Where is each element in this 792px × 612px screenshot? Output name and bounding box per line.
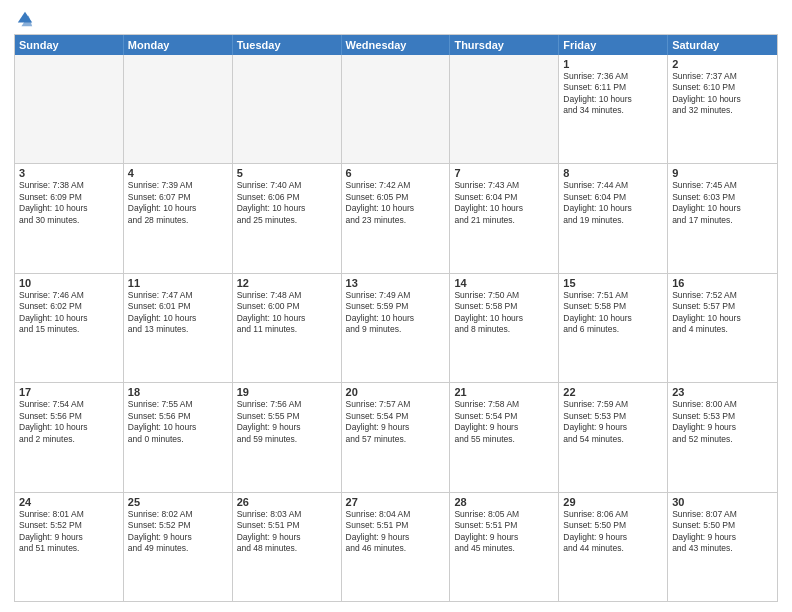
day-number: 4: [128, 167, 228, 179]
day-number: 27: [346, 496, 446, 508]
calendar-cell-0-2: [233, 55, 342, 163]
calendar-cell-1-1: 4Sunrise: 7:39 AM Sunset: 6:07 PM Daylig…: [124, 164, 233, 272]
calendar-cell-2-1: 11Sunrise: 7:47 AM Sunset: 6:01 PM Dayli…: [124, 274, 233, 382]
calendar-cell-4-6: 30Sunrise: 8:07 AM Sunset: 5:50 PM Dayli…: [668, 493, 777, 601]
calendar-cell-4-5: 29Sunrise: 8:06 AM Sunset: 5:50 PM Dayli…: [559, 493, 668, 601]
calendar-cell-2-4: 14Sunrise: 7:50 AM Sunset: 5:58 PM Dayli…: [450, 274, 559, 382]
day-number: 21: [454, 386, 554, 398]
calendar-cell-0-4: [450, 55, 559, 163]
calendar: SundayMondayTuesdayWednesdayThursdayFrid…: [14, 34, 778, 602]
day-info: Sunrise: 7:36 AM Sunset: 6:11 PM Dayligh…: [563, 71, 663, 117]
calendar-cell-0-5: 1Sunrise: 7:36 AM Sunset: 6:11 PM Daylig…: [559, 55, 668, 163]
calendar-cell-4-2: 26Sunrise: 8:03 AM Sunset: 5:51 PM Dayli…: [233, 493, 342, 601]
header-cell-wednesday: Wednesday: [342, 35, 451, 55]
day-number: 25: [128, 496, 228, 508]
calendar-cell-1-5: 8Sunrise: 7:44 AM Sunset: 6:04 PM Daylig…: [559, 164, 668, 272]
day-number: 5: [237, 167, 337, 179]
calendar-cell-4-1: 25Sunrise: 8:02 AM Sunset: 5:52 PM Dayli…: [124, 493, 233, 601]
calendar-cell-3-3: 20Sunrise: 7:57 AM Sunset: 5:54 PM Dayli…: [342, 383, 451, 491]
day-number: 19: [237, 386, 337, 398]
day-info: Sunrise: 8:01 AM Sunset: 5:52 PM Dayligh…: [19, 509, 119, 555]
calendar-row-4: 24Sunrise: 8:01 AM Sunset: 5:52 PM Dayli…: [15, 493, 777, 601]
header: [14, 10, 778, 28]
day-number: 10: [19, 277, 119, 289]
calendar-row-3: 17Sunrise: 7:54 AM Sunset: 5:56 PM Dayli…: [15, 383, 777, 492]
calendar-cell-1-3: 6Sunrise: 7:42 AM Sunset: 6:05 PM Daylig…: [342, 164, 451, 272]
day-number: 12: [237, 277, 337, 289]
day-info: Sunrise: 7:46 AM Sunset: 6:02 PM Dayligh…: [19, 290, 119, 336]
day-info: Sunrise: 7:40 AM Sunset: 6:06 PM Dayligh…: [237, 180, 337, 226]
day-info: Sunrise: 8:04 AM Sunset: 5:51 PM Dayligh…: [346, 509, 446, 555]
day-info: Sunrise: 7:58 AM Sunset: 5:54 PM Dayligh…: [454, 399, 554, 445]
header-cell-tuesday: Tuesday: [233, 35, 342, 55]
calendar-cell-2-2: 12Sunrise: 7:48 AM Sunset: 6:00 PM Dayli…: [233, 274, 342, 382]
calendar-cell-2-5: 15Sunrise: 7:51 AM Sunset: 5:58 PM Dayli…: [559, 274, 668, 382]
day-info: Sunrise: 8:03 AM Sunset: 5:51 PM Dayligh…: [237, 509, 337, 555]
calendar-cell-4-0: 24Sunrise: 8:01 AM Sunset: 5:52 PM Dayli…: [15, 493, 124, 601]
day-info: Sunrise: 7:54 AM Sunset: 5:56 PM Dayligh…: [19, 399, 119, 445]
day-number: 26: [237, 496, 337, 508]
calendar-cell-3-0: 17Sunrise: 7:54 AM Sunset: 5:56 PM Dayli…: [15, 383, 124, 491]
day-info: Sunrise: 7:37 AM Sunset: 6:10 PM Dayligh…: [672, 71, 773, 117]
day-info: Sunrise: 7:48 AM Sunset: 6:00 PM Dayligh…: [237, 290, 337, 336]
day-number: 6: [346, 167, 446, 179]
calendar-cell-3-6: 23Sunrise: 8:00 AM Sunset: 5:53 PM Dayli…: [668, 383, 777, 491]
day-info: Sunrise: 7:43 AM Sunset: 6:04 PM Dayligh…: [454, 180, 554, 226]
day-info: Sunrise: 8:07 AM Sunset: 5:50 PM Dayligh…: [672, 509, 773, 555]
calendar-cell-2-3: 13Sunrise: 7:49 AM Sunset: 5:59 PM Dayli…: [342, 274, 451, 382]
calendar-row-2: 10Sunrise: 7:46 AM Sunset: 6:02 PM Dayli…: [15, 274, 777, 383]
calendar-cell-0-6: 2Sunrise: 7:37 AM Sunset: 6:10 PM Daylig…: [668, 55, 777, 163]
day-info: Sunrise: 7:50 AM Sunset: 5:58 PM Dayligh…: [454, 290, 554, 336]
day-number: 28: [454, 496, 554, 508]
logo: [14, 10, 34, 28]
day-info: Sunrise: 7:45 AM Sunset: 6:03 PM Dayligh…: [672, 180, 773, 226]
day-number: 24: [19, 496, 119, 508]
day-info: Sunrise: 7:47 AM Sunset: 6:01 PM Dayligh…: [128, 290, 228, 336]
day-info: Sunrise: 7:52 AM Sunset: 5:57 PM Dayligh…: [672, 290, 773, 336]
day-info: Sunrise: 7:57 AM Sunset: 5:54 PM Dayligh…: [346, 399, 446, 445]
day-number: 2: [672, 58, 773, 70]
calendar-cell-2-0: 10Sunrise: 7:46 AM Sunset: 6:02 PM Dayli…: [15, 274, 124, 382]
calendar-cell-1-2: 5Sunrise: 7:40 AM Sunset: 6:06 PM Daylig…: [233, 164, 342, 272]
day-number: 11: [128, 277, 228, 289]
calendar-cell-4-4: 28Sunrise: 8:05 AM Sunset: 5:51 PM Dayli…: [450, 493, 559, 601]
day-number: 30: [672, 496, 773, 508]
day-info: Sunrise: 7:59 AM Sunset: 5:53 PM Dayligh…: [563, 399, 663, 445]
header-cell-sunday: Sunday: [15, 35, 124, 55]
day-info: Sunrise: 8:05 AM Sunset: 5:51 PM Dayligh…: [454, 509, 554, 555]
day-number: 23: [672, 386, 773, 398]
day-number: 8: [563, 167, 663, 179]
logo-icon: [16, 10, 34, 28]
day-info: Sunrise: 8:06 AM Sunset: 5:50 PM Dayligh…: [563, 509, 663, 555]
calendar-cell-0-3: [342, 55, 451, 163]
day-number: 9: [672, 167, 773, 179]
calendar-cell-3-5: 22Sunrise: 7:59 AM Sunset: 5:53 PM Dayli…: [559, 383, 668, 491]
day-info: Sunrise: 8:02 AM Sunset: 5:52 PM Dayligh…: [128, 509, 228, 555]
page: SundayMondayTuesdayWednesdayThursdayFrid…: [0, 0, 792, 612]
day-number: 29: [563, 496, 663, 508]
calendar-cell-0-1: [124, 55, 233, 163]
day-info: Sunrise: 7:56 AM Sunset: 5:55 PM Dayligh…: [237, 399, 337, 445]
day-number: 13: [346, 277, 446, 289]
day-number: 17: [19, 386, 119, 398]
day-info: Sunrise: 7:38 AM Sunset: 6:09 PM Dayligh…: [19, 180, 119, 226]
day-info: Sunrise: 7:51 AM Sunset: 5:58 PM Dayligh…: [563, 290, 663, 336]
calendar-cell-2-6: 16Sunrise: 7:52 AM Sunset: 5:57 PM Dayli…: [668, 274, 777, 382]
day-info: Sunrise: 7:44 AM Sunset: 6:04 PM Dayligh…: [563, 180, 663, 226]
day-number: 14: [454, 277, 554, 289]
header-cell-monday: Monday: [124, 35, 233, 55]
calendar-row-0: 1Sunrise: 7:36 AM Sunset: 6:11 PM Daylig…: [15, 55, 777, 164]
calendar-cell-4-3: 27Sunrise: 8:04 AM Sunset: 5:51 PM Dayli…: [342, 493, 451, 601]
calendar-cell-3-4: 21Sunrise: 7:58 AM Sunset: 5:54 PM Dayli…: [450, 383, 559, 491]
header-cell-saturday: Saturday: [668, 35, 777, 55]
calendar-cell-1-0: 3Sunrise: 7:38 AM Sunset: 6:09 PM Daylig…: [15, 164, 124, 272]
calendar-cell-3-2: 19Sunrise: 7:56 AM Sunset: 5:55 PM Dayli…: [233, 383, 342, 491]
day-info: Sunrise: 7:49 AM Sunset: 5:59 PM Dayligh…: [346, 290, 446, 336]
calendar-cell-1-4: 7Sunrise: 7:43 AM Sunset: 6:04 PM Daylig…: [450, 164, 559, 272]
day-number: 22: [563, 386, 663, 398]
header-cell-thursday: Thursday: [450, 35, 559, 55]
calendar-header: SundayMondayTuesdayWednesdayThursdayFrid…: [15, 35, 777, 55]
day-info: Sunrise: 7:55 AM Sunset: 5:56 PM Dayligh…: [128, 399, 228, 445]
day-number: 15: [563, 277, 663, 289]
header-cell-friday: Friday: [559, 35, 668, 55]
